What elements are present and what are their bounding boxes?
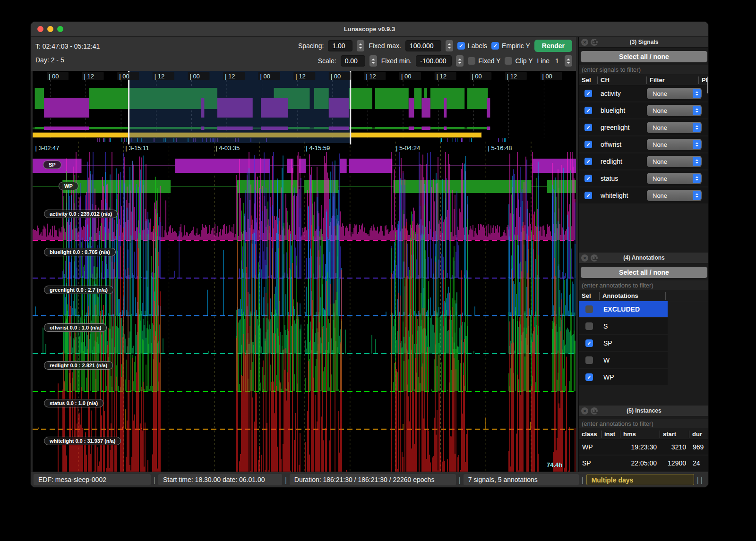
status-mode-multiple-days: Multiple days [586, 474, 694, 485]
whitelight-signal-label: whitelight 0.0 : 31.937 (n/a) [44, 437, 121, 445]
annotation-row-wp[interactable]: ✓WP [579, 369, 668, 385]
scale-stepper[interactable] [369, 55, 377, 67]
svg-text:| 00: | 00 [189, 73, 199, 80]
activity-checkbox[interactable]: ✓ [584, 90, 592, 97]
svg-text:| 5-16:48: | 5-16:48 [488, 144, 512, 152]
empiric-y-checkbox[interactable]: ✓ [491, 42, 499, 50]
SP-checkbox[interactable]: ✓ [585, 339, 593, 347]
render-button[interactable]: Render [534, 40, 572, 52]
instances-filter-input[interactable] [579, 419, 709, 428]
svg-text:| 00: | 00 [401, 73, 411, 80]
instances-panel-header: ✕ (5) Instances [579, 406, 709, 416]
annotation-row-excluded[interactable]: EXCLUDED [579, 301, 668, 317]
signal-row-activity[interactable]: ✓activityNone [579, 85, 709, 101]
annotation-row-s[interactable]: S [579, 318, 668, 334]
float-panel-icon[interactable] [591, 407, 598, 414]
scale-input[interactable]: 0.00 [341, 55, 365, 67]
signal-row-whitelight[interactable]: ✓whitelightNone [579, 187, 709, 203]
instance-hms: 19:23:30 [620, 443, 660, 451]
whitelight-filter-dropdown[interactable]: None [647, 190, 702, 201]
svg-text:| 12: | 12 [155, 73, 164, 80]
signal-row-offwrist[interactable]: ✓offwristNone [579, 136, 709, 152]
line-value[interactable]: 1 [554, 57, 560, 65]
signal-name: offwrist [598, 141, 647, 148]
svg-text:| 00: | 00 [119, 73, 129, 80]
annotation-row-sp[interactable]: ✓SP [579, 335, 668, 351]
signals-scrollbar[interactable] [707, 76, 709, 93]
activity-filter-dropdown[interactable]: None [647, 88, 702, 99]
empiric-y-checkbox-wrap[interactable]: ✓ Empiric Y [491, 42, 530, 50]
svg-text:| 00: | 00 [472, 73, 481, 80]
right-panel: ✕ (3) Signals Select all / none SelCHFil… [578, 37, 709, 473]
column-header-inst: inst [601, 431, 620, 438]
dropdown-stepper-icon [693, 106, 701, 115]
spacing-label: Spacing: [298, 42, 324, 50]
offwrist-filter-dropdown[interactable]: None [647, 139, 702, 150]
fixed-y-checkbox-wrap[interactable]: Fixed Y [468, 57, 500, 65]
W-checkbox[interactable] [585, 356, 593, 364]
greenlight-checkbox[interactable]: ✓ [584, 124, 592, 131]
annotations-table-header: SelAnnotations [579, 291, 709, 301]
close-panel-icon[interactable]: ✕ [581, 39, 588, 46]
fixed-min-stepper[interactable] [456, 55, 464, 67]
offwrist-checkbox[interactable]: ✓ [584, 141, 592, 148]
labels-checkbox[interactable]: ✓ [457, 42, 465, 50]
annotation-name: SP [600, 339, 612, 347]
float-panel-icon[interactable] [591, 254, 598, 262]
column-header-sel: Sel [579, 292, 600, 300]
float-panel-icon[interactable] [591, 39, 598, 46]
toolbar-row-2: Scale: 0.00 Fixed min. -100.000 Fixed Y … [318, 55, 572, 67]
spacing-input[interactable]: 1.00 [328, 40, 352, 51]
column-header-hms: hms [620, 431, 660, 438]
fixed-max-input[interactable]: 100.000 [405, 40, 441, 51]
clip-y-checkbox[interactable] [505, 57, 512, 65]
signal-row-redlight[interactable]: ✓redlightNone [579, 153, 709, 169]
S-checkbox[interactable] [585, 322, 593, 330]
status-filter-dropdown[interactable]: None [647, 173, 702, 184]
labels-checkbox-wrap[interactable]: ✓ Labels [457, 42, 487, 50]
svg-text:| 12: | 12 [295, 73, 305, 80]
annotations-filter-input[interactable] [579, 280, 709, 290]
signal-row-bluelight[interactable]: ✓bluelightNone [579, 102, 709, 118]
fixed-y-checkbox[interactable] [468, 57, 475, 65]
scale-label: Scale: [318, 57, 336, 65]
WP-checkbox[interactable]: ✓ [585, 373, 593, 381]
annotation-row-w[interactable]: W [579, 352, 668, 368]
fixed-min-input[interactable]: -100.000 [416, 55, 452, 67]
bluelight-filter-dropdown[interactable]: None [647, 105, 702, 116]
greenlight-filter-dropdown[interactable]: None [647, 122, 702, 133]
signal-plot-area[interactable]: | 00| 12| 00| 12| 00| 12| 00| 12| 00| 12… [33, 71, 576, 473]
EXCLUDED-checkbox[interactable] [585, 305, 593, 313]
status-checkbox[interactable]: ✓ [584, 175, 592, 182]
status-segment-3: 7 signals, 5 annotations [464, 474, 579, 485]
spacing-stepper[interactable] [357, 40, 364, 51]
annotations-select-all-button[interactable]: Select all / none [581, 267, 707, 278]
svg-text:| 4-03:35: | 4-03:35 [215, 144, 240, 152]
signals-select-all-button[interactable]: Select all / none [581, 51, 707, 62]
signal-row-status[interactable]: ✓statusNone [579, 170, 709, 186]
signal-row-greenlight[interactable]: ✓greenlightNone [579, 119, 709, 135]
annotations-panel-header: ✕ (4) Annotations [579, 253, 709, 263]
signal-name: status [598, 175, 647, 182]
empiric-y-checkbox-label: Empiric Y [502, 42, 530, 50]
close-panel-icon[interactable]: ✕ [581, 407, 588, 414]
close-panel-icon[interactable]: ✕ [581, 254, 588, 262]
svg-text:| 12: | 12 [84, 73, 94, 80]
signal-name: activity [598, 90, 647, 97]
instance-row-sp[interactable]: SP22:05:001290024 [579, 456, 709, 471]
instance-row-wp[interactable]: WP19:23:303210969 [579, 440, 709, 455]
plot-canvas[interactable]: | 00| 12| 00| 12| 00| 12| 00| 12| 00| 12… [33, 71, 576, 473]
fixed-max-stepper[interactable] [446, 40, 453, 51]
clip-y-checkbox-wrap[interactable]: Clip Y [505, 57, 533, 65]
line-stepper[interactable] [565, 55, 572, 67]
bluelight-signal-label: bluelight 0.0 : 0.705 (n/a) [44, 248, 116, 256]
redlight-filter-dropdown[interactable]: None [647, 156, 702, 167]
redlight-checkbox[interactable]: ✓ [584, 158, 592, 165]
status-separator: | [582, 476, 584, 484]
fixed-max-label: Fixed max. [369, 42, 401, 50]
bluelight-checkbox[interactable]: ✓ [584, 107, 592, 114]
dropdown-stepper-icon [693, 123, 701, 132]
signals-filter-input[interactable] [579, 65, 709, 74]
fixed-min-label: Fixed min. [381, 57, 412, 65]
whitelight-checkbox[interactable]: ✓ [584, 192, 592, 199]
